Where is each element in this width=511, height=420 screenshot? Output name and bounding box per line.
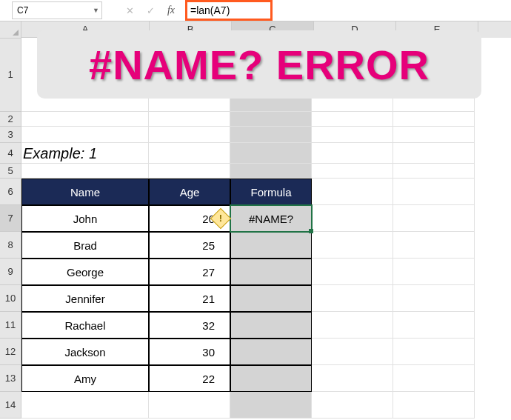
cell-D4[interactable] bbox=[312, 143, 393, 164]
cell-E6[interactable] bbox=[393, 179, 475, 205]
name-box[interactable]: C7 ▼ bbox=[12, 1, 102, 19]
cell-D8[interactable] bbox=[312, 232, 393, 259]
cell-formula-5[interactable] bbox=[230, 339, 312, 365]
cell-age-5[interactable]: 30 bbox=[149, 339, 230, 365]
table-header-formula[interactable]: Formula bbox=[230, 179, 312, 205]
row-header-8[interactable]: 8 bbox=[0, 232, 21, 259]
cell-D5[interactable] bbox=[312, 164, 393, 179]
row-header-6[interactable]: 6 bbox=[0, 179, 21, 205]
fx-icon[interactable]: fx bbox=[166, 4, 176, 16]
cell-E7[interactable] bbox=[393, 205, 475, 232]
cell-A4[interactable]: Example: 1 bbox=[21, 143, 149, 164]
cell-name-1[interactable]: Brad bbox=[21, 232, 149, 259]
row-header-13[interactable]: 13 bbox=[0, 365, 21, 392]
cell-B5[interactable] bbox=[149, 164, 230, 179]
row-header-10[interactable]: 10 bbox=[0, 285, 21, 312]
row-header-14[interactable]: 14 bbox=[0, 392, 21, 419]
cancel-icon[interactable]: ✕ bbox=[124, 5, 135, 16]
cell-formula-2[interactable] bbox=[230, 259, 312, 285]
cell-E14[interactable] bbox=[393, 392, 475, 419]
cell-D12[interactable] bbox=[312, 339, 393, 365]
cell-A5[interactable] bbox=[21, 164, 149, 179]
row-header-5[interactable]: 5 bbox=[0, 164, 21, 179]
cell-A14[interactable] bbox=[21, 392, 149, 419]
select-all-corner[interactable] bbox=[0, 21, 21, 39]
cell-formula-0[interactable]: ! #NAME? bbox=[230, 205, 312, 232]
cell-age-2[interactable]: 27 bbox=[149, 259, 230, 285]
cell-formula-3[interactable] bbox=[230, 285, 312, 312]
cell-C3[interactable] bbox=[230, 127, 312, 143]
cell-D6[interactable] bbox=[312, 179, 393, 205]
cell-E9[interactable] bbox=[393, 259, 475, 285]
cell-D11[interactable] bbox=[312, 312, 393, 339]
cell-E3[interactable] bbox=[393, 127, 475, 143]
cell-E4[interactable] bbox=[393, 143, 475, 164]
title-banner: #NAME? ERROR bbox=[37, 30, 481, 99]
row-header-12[interactable]: 12 bbox=[0, 339, 21, 365]
cell-E8[interactable] bbox=[393, 232, 475, 259]
cell-C14[interactable] bbox=[230, 392, 312, 419]
cell-name-5[interactable]: Jackson bbox=[21, 339, 149, 365]
cell-E2[interactable] bbox=[393, 112, 475, 127]
cell-E13[interactable] bbox=[393, 365, 475, 392]
cell-D7[interactable] bbox=[312, 205, 393, 232]
spreadsheet: A B C D E 1 2 3 4 Example: 1 5 bbox=[0, 21, 511, 419]
cell-D10[interactable] bbox=[312, 285, 393, 312]
exclaim-icon: ! bbox=[214, 212, 227, 225]
cell-A2[interactable] bbox=[21, 112, 149, 127]
cell-C5[interactable] bbox=[230, 164, 312, 179]
formula-input-wrap: =lan(A7) bbox=[185, 1, 511, 20]
row-header-2[interactable]: 2 bbox=[0, 112, 21, 127]
formula-input[interactable]: =lan(A7) bbox=[185, 0, 273, 21]
cell-age-1[interactable]: 25 bbox=[149, 232, 230, 259]
cell-formula-0-value: #NAME? bbox=[249, 213, 293, 225]
cell-D3[interactable] bbox=[312, 127, 393, 143]
cell-B3[interactable] bbox=[149, 127, 230, 143]
row-header-3[interactable]: 3 bbox=[0, 127, 21, 143]
banner-text: #NAME? ERROR bbox=[89, 41, 430, 89]
cell-B14[interactable] bbox=[149, 392, 230, 419]
enter-icon[interactable]: ✓ bbox=[145, 5, 156, 16]
cell-age-4[interactable]: 32 bbox=[149, 312, 230, 339]
row-header-1[interactable]: 1 bbox=[0, 38, 21, 112]
row-header-9[interactable]: 9 bbox=[0, 259, 21, 285]
cell-C2[interactable] bbox=[230, 112, 312, 127]
cell-name-2[interactable]: George bbox=[21, 259, 149, 285]
cell-name-3[interactable]: Jennifer bbox=[21, 285, 149, 312]
cell-formula-6[interactable] bbox=[230, 365, 312, 392]
table-header-name[interactable]: Name bbox=[21, 179, 149, 205]
cell-E11[interactable] bbox=[393, 312, 475, 339]
cell-E5[interactable] bbox=[393, 164, 475, 179]
row-header-7[interactable]: 7 bbox=[0, 205, 21, 232]
cell-E10[interactable] bbox=[393, 285, 475, 312]
cell-E12[interactable] bbox=[393, 339, 475, 365]
formula-bar-buttons: ✕ ✓ fx bbox=[124, 4, 176, 16]
cell-D14[interactable] bbox=[312, 392, 393, 419]
cell-formula-4[interactable] bbox=[230, 312, 312, 339]
cell-B2[interactable] bbox=[149, 112, 230, 127]
cell-A3[interactable] bbox=[21, 127, 149, 143]
cell-D13[interactable] bbox=[312, 365, 393, 392]
cell-name-0[interactable]: John bbox=[21, 205, 149, 232]
cell-D2[interactable] bbox=[312, 112, 393, 127]
row-header-4[interactable]: 4 bbox=[0, 143, 21, 164]
row-header-11[interactable]: 11 bbox=[0, 312, 21, 339]
name-box-value: C7 bbox=[17, 5, 28, 16]
cell-name-6[interactable]: Amy bbox=[21, 365, 149, 392]
cell-formula-1[interactable] bbox=[230, 232, 312, 259]
formula-bar: C7 ▼ ✕ ✓ fx =lan(A7) bbox=[0, 0, 511, 21]
cell-age-6[interactable]: 22 bbox=[149, 365, 230, 392]
cell-B4[interactable] bbox=[149, 143, 230, 164]
table-header-age[interactable]: Age bbox=[149, 179, 230, 205]
cell-name-4[interactable]: Rachael bbox=[21, 312, 149, 339]
cell-C4[interactable] bbox=[230, 143, 312, 164]
cell-D9[interactable] bbox=[312, 259, 393, 285]
chevron-down-icon[interactable]: ▼ bbox=[93, 7, 99, 14]
cell-age-3[interactable]: 21 bbox=[149, 285, 230, 312]
